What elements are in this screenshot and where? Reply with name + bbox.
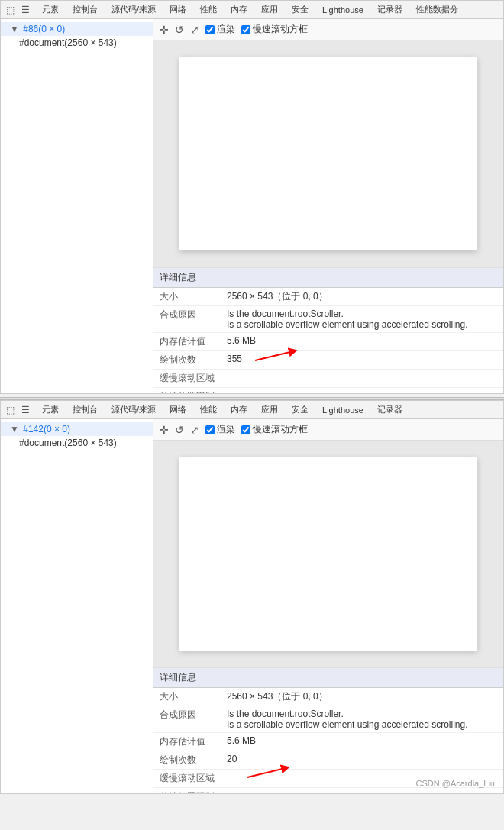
tab-elements[interactable]: 元素 xyxy=(36,2,65,17)
detail-label-size-2: 大小 xyxy=(153,688,221,706)
detail-row-paint-2: 绘制次数 20 xyxy=(153,751,503,770)
arrow-annotation-1 xyxy=(251,345,312,368)
detail-value-reason-2: Is the document.rootScroller. Is a scrol… xyxy=(221,706,503,733)
detail-label-size: 大小 xyxy=(153,288,221,306)
tab-performance[interactable]: 性能 xyxy=(194,2,223,17)
canvas-area-1: ✛ ↺ ⤢ 渲染 慢速滚动方框 xyxy=(153,19,503,393)
tab2-security[interactable]: 安全 xyxy=(286,402,315,417)
tab-security[interactable]: 安全 xyxy=(286,2,315,17)
detail-row-reason: 合成原因 Is the document.rootScroller. Is a … xyxy=(153,306,503,333)
detail-label-sticky-2: 粘性位置限制 xyxy=(153,788,221,794)
reason-line1: Is the document.rootScroller. xyxy=(227,308,344,319)
render-checkbox-label-2[interactable]: 渲染 xyxy=(205,423,235,436)
reason-line2: Is a scrollable overflow element using a… xyxy=(227,319,468,330)
detail-value-size-2: 2560 × 543（位于 0, 0） xyxy=(221,688,503,706)
detail-label-reason: 合成原因 xyxy=(153,306,221,333)
detail-row-memory: 内存估计值 5.6 MB xyxy=(153,333,503,351)
paint-count: 355 xyxy=(227,354,242,364)
layer-item-document[interactable]: #document(2560 × 543) xyxy=(1,36,153,50)
detail-value-memory-2: 5.6 MB xyxy=(221,733,503,751)
devtools-window-2: ⬚ ☰ 元素 控制台 源代码/来源 网络 性能 内存 应用 安全 Lightho… xyxy=(0,400,504,794)
canvas-viewport-2 xyxy=(153,441,503,667)
layer-doc-2: #document(2560 × 543) xyxy=(19,438,117,448)
render-checkbox-label[interactable]: 渲染 xyxy=(205,23,235,36)
tab2-recorder[interactable]: 记录器 xyxy=(371,402,409,417)
tab-application[interactable]: 应用 xyxy=(255,2,284,17)
tab2-sources[interactable]: 源代码/来源 xyxy=(105,402,162,417)
detail-label-reason-2: 合成原因 xyxy=(153,706,221,733)
layers-layout-1: ▼ #86(0 × 0) #document(2560 × 543) ✛ ↺ ⤢… xyxy=(1,19,503,393)
tab-icons-1: ⬚ ☰ xyxy=(4,4,31,16)
slowscroll-checkbox[interactable] xyxy=(241,25,250,34)
move-icon-2[interactable]: ✛ xyxy=(160,424,169,436)
tab-perf-data[interactable]: 性能数据分 xyxy=(410,2,464,17)
detail-value-sticky-2 xyxy=(221,788,503,794)
devtools-window-1: ⬚ ☰ 元素 控制台 源代码/来源 网络 性能 内存 应用 安全 Lightho… xyxy=(0,0,504,394)
refresh-icon-2[interactable]: ↺ xyxy=(175,424,184,436)
layer-item-document-2[interactable]: #document(2560 × 543) xyxy=(1,436,153,450)
detail-row-memory-2: 内存估计值 5.6 MB xyxy=(153,733,503,751)
layer-id-1: #86(0 × 0) xyxy=(23,24,65,34)
detail-row-sticky: 粘性位置限制 xyxy=(153,388,503,394)
details-table-1: 大小 2560 × 543（位于 0, 0） 合成原因 Is the docum… xyxy=(153,288,503,393)
tab2-elements[interactable]: 元素 xyxy=(36,402,65,417)
expand-icon[interactable]: ⤢ xyxy=(190,24,199,36)
slowscroll-checkbox-label[interactable]: 慢速滚动方框 xyxy=(241,23,308,36)
slowscroll-checkbox-2[interactable] xyxy=(241,425,250,434)
tab-bar-1: ⬚ ☰ 元素 控制台 源代码/来源 网络 性能 内存 应用 安全 Lightho… xyxy=(1,1,503,19)
devtools-panel-1: ⬚ ☰ 元素 控制台 源代码/来源 网络 性能 内存 应用 安全 Lightho… xyxy=(0,0,504,394)
render-label-2: 渲染 xyxy=(217,423,235,436)
device-icon-2[interactable]: ☰ xyxy=(19,404,31,416)
detail-row-paint: 绘制次数 355 xyxy=(153,351,503,370)
inspect-icon-2[interactable]: ⬚ xyxy=(4,404,16,416)
layer-doc-1: #document(2560 × 543) xyxy=(19,37,117,48)
tab2-lighthouse[interactable]: Lighthouse xyxy=(316,404,370,416)
detail-row-sticky-2: 粘性位置限制 xyxy=(153,788,503,794)
detail-row-size-2: 大小 2560 × 543（位于 0, 0） xyxy=(153,688,503,706)
tab-lighthouse[interactable]: Lighthouse xyxy=(316,4,370,16)
tab-recorder[interactable]: 记录器 xyxy=(371,2,409,17)
move-icon[interactable]: ✛ xyxy=(160,24,169,36)
detail-row-size: 大小 2560 × 543（位于 0, 0） xyxy=(153,288,503,306)
tab-console[interactable]: 控制台 xyxy=(66,2,104,17)
layer-id-2: #142(0 × 0) xyxy=(23,424,70,434)
svg-line-2 xyxy=(247,768,286,777)
tab2-network[interactable]: 网络 xyxy=(163,402,192,417)
tab-memory[interactable]: 内存 xyxy=(225,2,254,17)
inspect-icon[interactable]: ⬚ xyxy=(4,4,16,16)
details-header-1: 详细信息 xyxy=(153,268,503,288)
tab2-memory[interactable]: 内存 xyxy=(225,402,254,417)
tab2-console[interactable]: 控制台 xyxy=(66,402,104,417)
tab-bar-2: ⬚ ☰ 元素 控制台 源代码/来源 网络 性能 内存 应用 安全 Lightho… xyxy=(1,401,503,419)
device-icon[interactable]: ☰ xyxy=(19,4,31,16)
detail-label-memory: 内存估计值 xyxy=(153,333,221,351)
canvas-inner-1 xyxy=(179,57,477,250)
render-checkbox[interactable] xyxy=(205,25,215,34)
tab2-app[interactable]: 应用 xyxy=(255,402,284,417)
layers-layout-2: ▼ #142(0 × 0) #document(2560 × 543) ✛ ↺ … xyxy=(1,419,503,793)
expand-icon-2[interactable]: ⤢ xyxy=(190,424,199,436)
tab-sources[interactable]: 源代码/来源 xyxy=(105,2,162,17)
watermark: CSDN @Acardia_Liu xyxy=(416,779,496,788)
render-label: 渲染 xyxy=(217,23,235,36)
tab-network[interactable]: 网络 xyxy=(163,2,192,17)
render-checkbox-2[interactable] xyxy=(205,425,215,434)
slowscroll-label: 慢速滚动方框 xyxy=(253,23,308,36)
detail-label-paint: 绘制次数 xyxy=(153,351,221,370)
svg-line-0 xyxy=(255,351,293,360)
layer-item-86[interactable]: ▼ #86(0 × 0) xyxy=(1,22,153,36)
slowscroll-label-2: 慢速滚动方框 xyxy=(253,423,308,436)
layer-tree-2: ▼ #142(0 × 0) #document(2560 × 543) xyxy=(1,419,153,793)
tab2-perf[interactable]: 性能 xyxy=(194,402,223,417)
devtools-panel-2: ⬚ ☰ 元素 控制台 源代码/来源 网络 性能 内存 应用 安全 Lightho… xyxy=(0,400,504,794)
arrow-icon: ▼ xyxy=(10,24,19,34)
details-panel-2: 详细信息 大小 2560 × 543（位于 0, 0） 合成原因 Is the … xyxy=(153,667,503,793)
detail-label-memory-2: 内存估计值 xyxy=(153,733,221,751)
refresh-icon[interactable]: ↺ xyxy=(175,24,184,36)
detail-value-size: 2560 × 543（位于 0, 0） xyxy=(221,288,503,306)
layer-item-142[interactable]: ▼ #142(0 × 0) xyxy=(1,422,153,436)
detail-label-sticky: 粘性位置限制 xyxy=(153,388,221,394)
detail-value-sticky xyxy=(221,388,503,394)
slowscroll-checkbox-label-2[interactable]: 慢速滚动方框 xyxy=(241,423,308,436)
canvas-inner-2 xyxy=(179,457,477,650)
